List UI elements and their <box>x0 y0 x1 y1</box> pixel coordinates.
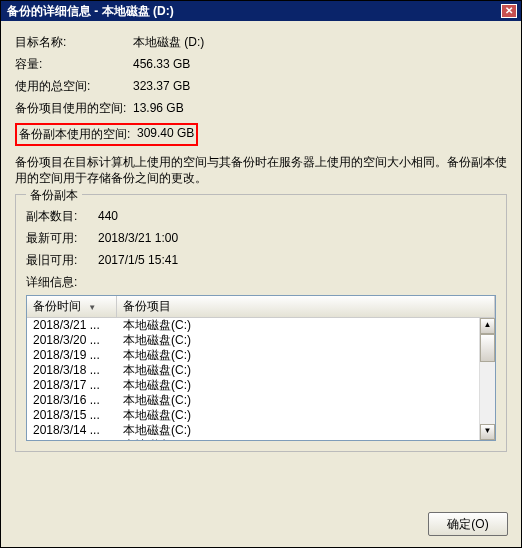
cell-time: 2018/3/21 ... <box>33 318 123 333</box>
table-body: 2018/3/21 ...本地磁盘(C:)2018/3/20 ...本地磁盘(C… <box>27 318 495 440</box>
groupbox-title: 备份副本 <box>26 187 82 204</box>
table-row[interactable]: 2018/3/18 ...本地磁盘(C:) <box>27 363 495 378</box>
target-name-label: 目标名称: <box>15 33 133 51</box>
window-title: 备份的详细信息 - 本地磁盘 (D:) <box>7 1 174 21</box>
table-row[interactable]: 2018/3/19 ...本地磁盘(C:) <box>27 348 495 363</box>
capacity-value: 456.33 GB <box>133 55 507 73</box>
details-label: 详细信息: <box>26 273 98 291</box>
scroll-thumb[interactable] <box>480 334 495 362</box>
newest-label: 最新可用: <box>26 229 98 247</box>
target-name-row: 目标名称: 本地磁盘 (D:) <box>15 33 507 51</box>
ok-button[interactable]: 确定(O) <box>428 512 508 536</box>
backup-item-used-row: 备份项目使用的空间: 13.96 GB <box>15 99 507 117</box>
cell-item: 本地磁盘(C:) <box>123 408 489 423</box>
cell-time: 2018/3/20 ... <box>33 333 123 348</box>
newest-value: 2018/3/21 1:00 <box>98 229 178 247</box>
cell-item: 本地磁盘(C:) <box>123 438 489 440</box>
copy-count-row: 副本数目: 440 <box>26 207 496 225</box>
cell-item: 本地磁盘(C:) <box>123 348 489 363</box>
cell-time: 2018/3/16 ... <box>33 393 123 408</box>
backup-copies-group: 备份副本 副本数目: 440 最新可用: 2018/3/21 1:00 最旧可用… <box>15 194 507 452</box>
cell-time: 2018/3/14 ... <box>33 423 123 438</box>
table-row[interactable]: 2018/3/20 ...本地磁盘(C:) <box>27 333 495 348</box>
cell-item: 本地磁盘(C:) <box>123 423 489 438</box>
column-header-time-label: 备份时间 <box>33 299 81 313</box>
table-row[interactable]: 2018/3/14 ...本地磁盘(C:) <box>27 423 495 438</box>
total-used-value: 323.37 GB <box>133 77 507 95</box>
capacity-label: 容量: <box>15 55 133 73</box>
cell-item: 本地磁盘(C:) <box>123 393 489 408</box>
backup-table: 备份时间 ▼ 备份项目 2018/3/21 ...本地磁盘(C:)2018/3/… <box>26 295 496 441</box>
scroll-up-icon[interactable]: ▲ <box>480 318 495 334</box>
oldest-row: 最旧可用: 2017/1/5 15:41 <box>26 251 496 269</box>
footer: 确定(O) <box>428 512 508 536</box>
note-text: 备份项目在目标计算机上使用的空间与其备份时在服务器上使用的空间大小相同。备份副本… <box>15 154 507 186</box>
cell-item: 本地磁盘(C:) <box>123 363 489 378</box>
backup-copy-used-label: 备份副本使用的空间: <box>19 126 137 143</box>
copy-count-value: 440 <box>98 207 118 225</box>
cell-time: 2018/3/19 ... <box>33 348 123 363</box>
table-row[interactable]: 2018/3/13 ...本地磁盘(C:) <box>27 438 495 440</box>
scroll-track[interactable] <box>480 334 495 424</box>
cell-time: 2018/3/13 ... <box>33 438 123 440</box>
backup-item-used-label: 备份项目使用的空间: <box>15 99 133 117</box>
cell-time: 2018/3/17 ... <box>33 378 123 393</box>
table-row[interactable]: 2018/3/16 ...本地磁盘(C:) <box>27 393 495 408</box>
cell-time: 2018/3/18 ... <box>33 363 123 378</box>
backup-copy-used-highlight: 备份副本使用的空间: 309.40 GB <box>15 123 198 146</box>
table-header: 备份时间 ▼ 备份项目 <box>27 296 495 318</box>
cell-item: 本地磁盘(C:) <box>123 378 489 393</box>
column-header-item-label: 备份项目 <box>123 299 171 313</box>
content-area: 目标名称: 本地磁盘 (D:) 容量: 456.33 GB 使用的总空间: 32… <box>1 21 521 464</box>
cell-item: 本地磁盘(C:) <box>123 333 489 348</box>
cell-time: 2018/3/15 ... <box>33 408 123 423</box>
table-row[interactable]: 2018/3/17 ...本地磁盘(C:) <box>27 378 495 393</box>
scroll-down-icon[interactable]: ▼ <box>480 424 495 440</box>
table-row[interactable]: 2018/3/15 ...本地磁盘(C:) <box>27 408 495 423</box>
scrollbar[interactable]: ▲ ▼ <box>479 318 495 440</box>
column-header-time[interactable]: 备份时间 ▼ <box>27 296 117 317</box>
close-icon[interactable]: ✕ <box>501 4 517 18</box>
sort-desc-icon: ▼ <box>88 303 96 312</box>
backup-item-used-value: 13.96 GB <box>133 99 507 117</box>
target-name-value: 本地磁盘 (D:) <box>133 33 507 51</box>
backup-copy-used-value: 309.40 GB <box>137 126 194 143</box>
table-row[interactable]: 2018/3/21 ...本地磁盘(C:) <box>27 318 495 333</box>
titlebar: 备份的详细信息 - 本地磁盘 (D:) ✕ <box>1 1 521 21</box>
total-used-label: 使用的总空间: <box>15 77 133 95</box>
total-used-row: 使用的总空间: 323.37 GB <box>15 77 507 95</box>
oldest-label: 最旧可用: <box>26 251 98 269</box>
details-row: 详细信息: <box>26 273 496 291</box>
column-header-item[interactable]: 备份项目 <box>117 296 495 317</box>
oldest-value: 2017/1/5 15:41 <box>98 251 178 269</box>
cell-item: 本地磁盘(C:) <box>123 318 489 333</box>
capacity-row: 容量: 456.33 GB <box>15 55 507 73</box>
newest-row: 最新可用: 2018/3/21 1:00 <box>26 229 496 247</box>
copy-count-label: 副本数目: <box>26 207 98 225</box>
